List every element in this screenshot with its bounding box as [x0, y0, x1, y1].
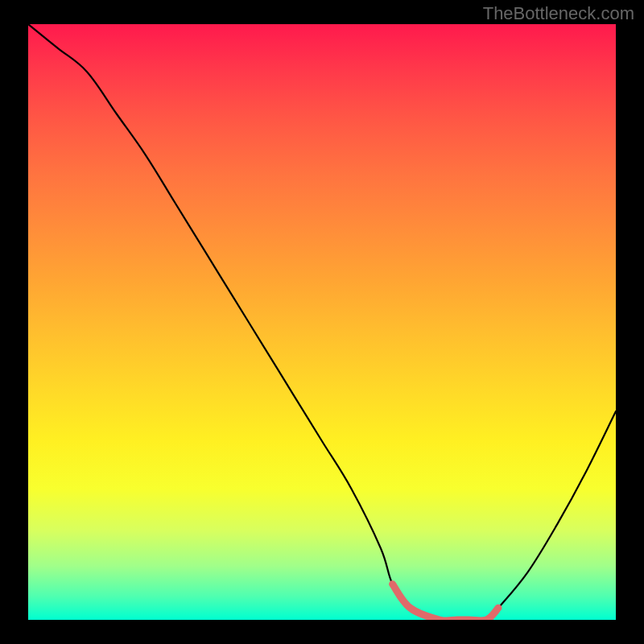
watermark-text: TheBottleneck.com [483, 3, 634, 24]
highlight-segment [393, 584, 498, 620]
chart-svg [28, 24, 616, 620]
bottleneck-curve [28, 24, 616, 620]
plot-area [28, 24, 616, 620]
